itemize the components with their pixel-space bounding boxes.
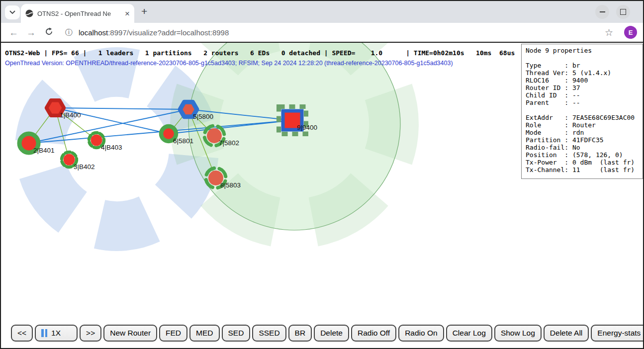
tab-close-icon[interactable]: × bbox=[125, 9, 130, 18]
new-med-button-label: MED bbox=[196, 329, 213, 338]
new-br-button[interactable]: BR bbox=[288, 325, 312, 342]
speed-button[interactable]: 1X bbox=[35, 325, 78, 342]
speed-button-label: 1X bbox=[51, 329, 61, 338]
node-properties-panel: Node 9 properties Type : br Thread Ver: … bbox=[521, 44, 643, 179]
partition-wheel-segment bbox=[19, 165, 87, 233]
energy-stats-button-label: Energy-stats ↗ bbox=[597, 329, 643, 338]
node-label-4: 4|B403 bbox=[101, 144, 122, 151]
forward-icon[interactable]: → bbox=[26, 28, 36, 37]
back-icon[interactable]: ← bbox=[9, 28, 18, 37]
url-host: localhost bbox=[79, 28, 108, 37]
action-toolbar: <<1X>>New RouterFEDMEDSEDSSEDBRDeleteRad… bbox=[11, 325, 643, 342]
delete-all-button-label: Delete All bbox=[550, 329, 582, 338]
new-ssed-button-label: SSED bbox=[259, 329, 279, 338]
speed-up-button-label: >> bbox=[86, 329, 95, 338]
clear-log-button[interactable]: Clear Log bbox=[446, 325, 492, 342]
new-med-button[interactable]: MED bbox=[189, 325, 219, 342]
minimize-button[interactable] bbox=[595, 5, 609, 19]
new-br-button-label: BR bbox=[295, 329, 306, 338]
refresh-icon[interactable] bbox=[45, 27, 53, 37]
node-label-8: 8|5803 bbox=[220, 181, 241, 189]
node-properties-lines: Type : br Thread Ver: 5 (v1.4.x) RLOC16 … bbox=[526, 62, 635, 174]
show-log-button[interactable]: Show Log bbox=[494, 325, 542, 342]
show-log-button-label: Show Log bbox=[501, 329, 535, 338]
maximize-button[interactable] bbox=[616, 5, 630, 19]
browser-window: OTNS2 - OpenThread Ne × + ← → ⓘ localhos… bbox=[0, 0, 644, 349]
node-label-1: 1|B400 bbox=[60, 111, 81, 119]
chevron-down-icon bbox=[9, 10, 15, 14]
delete-button[interactable]: Delete bbox=[314, 325, 349, 342]
minimize-icon bbox=[600, 11, 605, 12]
radio-on-button-label: Radio On bbox=[405, 329, 437, 338]
bookmark-star-icon[interactable]: ☆ bbox=[605, 27, 613, 38]
otns-canvas: 1|B4002|B4013|B4024|B4035|58006|58017|58… bbox=[1, 43, 643, 348]
speed-down-button[interactable]: << bbox=[11, 325, 33, 342]
new-sed-button[interactable]: SED bbox=[222, 325, 251, 342]
speed-up-button[interactable]: >> bbox=[80, 325, 101, 342]
url-path: :8997/visualize?addr=localhost:8998 bbox=[108, 28, 229, 37]
new-router-button-label: New Router bbox=[110, 329, 151, 338]
delete-button-label: Delete bbox=[320, 329, 343, 338]
openthread-version-line: OpenThread Version: OPENTHREAD/thread-re… bbox=[5, 60, 453, 67]
profile-avatar[interactable]: E bbox=[624, 26, 637, 39]
refresh-glyph-icon bbox=[45, 27, 53, 36]
new-fed-button[interactable]: FED bbox=[159, 325, 187, 342]
radio-on-button[interactable]: Radio On bbox=[398, 325, 444, 342]
new-ssed-button[interactable]: SSED bbox=[252, 325, 286, 342]
tab-search-button[interactable] bbox=[5, 5, 20, 19]
site-info-icon[interactable]: ⓘ bbox=[65, 28, 73, 37]
energy-stats-button[interactable]: Energy-stats ↗ bbox=[591, 325, 643, 342]
speed-down-button-label: << bbox=[17, 329, 26, 338]
maximize-icon bbox=[620, 9, 626, 15]
clear-log-button-label: Clear Log bbox=[453, 329, 486, 338]
url-bar[interactable]: localhost:8997/visualize?addr=localhost:… bbox=[79, 28, 229, 37]
new-sed-button-label: SED bbox=[228, 329, 244, 338]
node-label-9: 9|9400 bbox=[297, 124, 317, 131]
radio-off-button[interactable]: Radio Off bbox=[351, 325, 396, 342]
new-router-button[interactable]: New Router bbox=[103, 325, 157, 342]
new-fed-button-label: FED bbox=[166, 329, 181, 338]
node-label-6: 6|5801 bbox=[173, 137, 193, 145]
node-properties-title: Node 9 properties bbox=[526, 47, 592, 54]
tab-active[interactable]: OTNS2 - OpenThread Ne × bbox=[21, 4, 134, 23]
navigation-bar: ← → ⓘ localhost:8997/visualize?addr=loca… bbox=[1, 23, 643, 43]
node-label-5: 5|5800 bbox=[193, 113, 213, 120]
globe-favicon-icon bbox=[25, 9, 33, 17]
simulation-status-line: OTNS2-Web | FPS= 66 | 1 leaders 1 partit… bbox=[5, 49, 515, 57]
delete-all-button[interactable]: Delete All bbox=[544, 325, 589, 342]
node-label-2: 2|B401 bbox=[33, 147, 55, 154]
node-label-3: 3|B402 bbox=[74, 163, 95, 171]
new-tab-button[interactable]: + bbox=[141, 5, 147, 17]
pause-icon bbox=[41, 329, 49, 337]
partition-wheel-segment bbox=[94, 196, 160, 251]
node-label-7: 7|5802 bbox=[219, 139, 239, 147]
tab-title: OTNS2 - OpenThread Ne bbox=[37, 10, 124, 17]
radio-off-button-label: Radio Off bbox=[358, 329, 390, 338]
tab-strip: OTNS2 - OpenThread Ne × + bbox=[1, 1, 643, 23]
